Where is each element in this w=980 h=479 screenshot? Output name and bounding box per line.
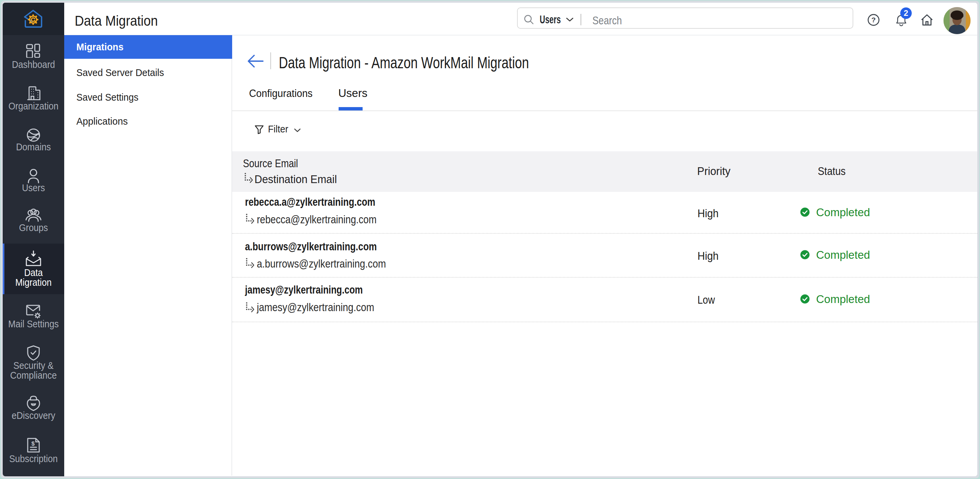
svg-text:?: ? bbox=[872, 16, 876, 24]
svg-text:$: $ bbox=[32, 441, 35, 447]
